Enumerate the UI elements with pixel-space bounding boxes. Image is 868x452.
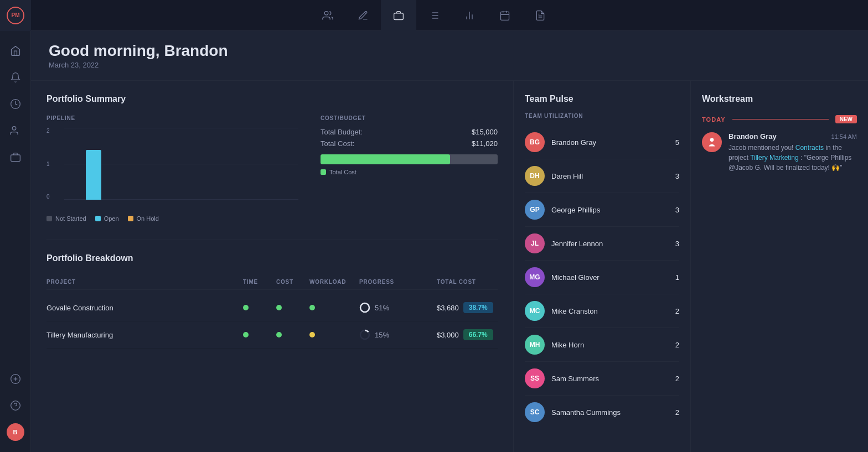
ws-link-tillery[interactable]: Tillery Marketing: [750, 154, 799, 162]
content-area: Good morning, Brandon March 23, 2022 Por…: [31, 31, 868, 452]
logo-circle: PM: [7, 7, 24, 24]
member-avatar-michael: MG: [525, 267, 545, 287]
member-avatar-horn: MH: [525, 335, 545, 355]
member-avatar-samantha: SC: [525, 402, 545, 422]
workstream-item: Brandon Gray 11:54 AM Jacob mentioned yo…: [702, 132, 857, 173]
nav-docs[interactable]: [523, 0, 558, 31]
breakdown-header: PROJECT TIME COST WORKLOAD PROGRESS TOTA…: [46, 274, 498, 290]
sidebar-user-avatar[interactable]: B: [4, 421, 27, 443]
ws-link-contracts[interactable]: Contracts: [795, 144, 824, 152]
nav-portfolio[interactable]: [381, 0, 416, 31]
member-count-sam: 2: [675, 375, 679, 383]
top-nav-icons: [310, 0, 558, 31]
user-avatar: B: [7, 423, 24, 441]
member-avatar-daren: DH: [525, 166, 545, 186]
cost-status-2: [276, 330, 309, 340]
legend-not-started: Not Started: [46, 215, 86, 222]
total-cost-cell-2: $3,000 66.7%: [437, 329, 498, 340]
breakdown-title: Portfolio Breakdown: [46, 253, 498, 263]
table-row: Govalle Construction 51% $3,68: [46, 294, 498, 321]
member-name-michael: Michael Glover: [551, 273, 669, 282]
legend-open: Open: [95, 215, 119, 222]
list-item: BG Brandon Gray 5: [525, 126, 679, 159]
nav-list[interactable]: [416, 0, 452, 31]
page-header: Good morning, Brandon March 23, 2022: [31, 31, 868, 81]
ws-message: Jacob mentioned you! Contracts in the pr…: [728, 143, 857, 173]
ws-header: Brandon Gray 11:54 AM: [728, 132, 857, 141]
nav-calendar[interactable]: [487, 0, 523, 31]
svg-rect-1: [394, 13, 404, 19]
logo[interactable]: PM: [0, 0, 31, 31]
portfolio-summary-grid: PIPELINE 2 1 0: [46, 115, 498, 222]
workload-status-2: [309, 330, 359, 340]
legend-label-not-started: Not Started: [55, 215, 86, 222]
sidebar-history[interactable]: [4, 93, 27, 115]
member-avatar-cranston: MC: [525, 301, 545, 321]
new-badge: NEW: [835, 115, 857, 123]
member-count-jennifer: 3: [675, 240, 679, 248]
total-budget-value: $15,000: [472, 128, 498, 136]
nav-members[interactable]: [310, 0, 345, 31]
page-date: March 23, 2022: [49, 61, 850, 69]
budget-row: Total Budget: $15,000: [321, 128, 498, 136]
sidebar-portfolio[interactable]: [4, 146, 27, 168]
sidebar-alerts[interactable]: [4, 66, 27, 89]
header-progress: PROGRESS: [359, 279, 437, 285]
list-item: SS Sam Summers 2: [525, 362, 679, 396]
time-dot-1: [243, 305, 249, 310]
team-util-label: TEAM UTILIZATION: [525, 113, 679, 119]
list-item: MH Mike Horn 2: [525, 328, 679, 362]
ws-avatar-brandon: [702, 132, 722, 152]
project-name-1: Govalle Construction: [46, 304, 243, 312]
team-pulse-panel: Team Pulse TEAM UTILIZATION BG Brandon G…: [514, 81, 691, 452]
progress-pct-1: 51%: [375, 304, 389, 312]
ws-time: 11:54 AM: [831, 133, 857, 140]
sidebar-help[interactable]: [4, 394, 27, 417]
svg-point-18: [12, 127, 16, 131]
progress-ring-2: [359, 329, 370, 340]
header-cost: COST: [276, 279, 309, 285]
budget-legend: Total Cost: [321, 169, 498, 175]
progress-cell-1: 51%: [359, 302, 437, 313]
sidebar-people[interactable]: [4, 120, 27, 142]
list-item: GP George Phillips 3: [525, 193, 679, 227]
nav-chart[interactable]: [452, 0, 487, 31]
top-nav: PM: [0, 0, 868, 31]
legend-dot-on-hold: [128, 216, 133, 221]
total-cost-cell-1: $3,680 38.7%: [437, 302, 498, 313]
member-name-horn: Mike Horn: [551, 341, 669, 349]
nav-team[interactable]: [345, 0, 381, 31]
cost-text-2: $3,000: [437, 331, 459, 339]
svg-rect-11: [501, 12, 509, 20]
workstream-title: Workstream: [702, 94, 857, 104]
member-name-sam: Sam Summers: [551, 375, 669, 383]
workstream-panel: Workstream TODAY NEW Brandon Gray 11:54: [691, 81, 868, 452]
portfolio-summary-title: Portfolio Summary: [46, 94, 498, 104]
member-avatar-sam: SS: [525, 368, 545, 388]
three-col: Portfolio Summary PIPELINE 2 1 0: [31, 81, 868, 452]
table-row: Tillery Manufacturing 15% $3,0: [46, 321, 498, 349]
legend-label-open: Open: [104, 215, 119, 222]
ws-msg-intro: Jacob mentioned you!: [728, 144, 795, 152]
pipeline-section: PIPELINE 2 1 0: [46, 115, 298, 222]
left-sidebar: B: [0, 31, 31, 452]
budget-bar-container: [321, 154, 498, 164]
cost-text-1: $3,680: [437, 304, 459, 312]
workload-dot-1: [309, 305, 315, 310]
member-name-cranston: Mike Cranston: [551, 307, 669, 315]
legend-dot-not-started: [46, 216, 52, 221]
panel-divider: [46, 240, 498, 240]
y-label-0: 0: [46, 194, 50, 200]
sidebar-add[interactable]: [4, 368, 27, 390]
svg-point-26: [360, 303, 369, 312]
budget-legend-dot: [321, 169, 326, 175]
chart-wrapper: 2 1 0: [46, 128, 298, 211]
time-status-2: [243, 330, 276, 340]
member-count-cranston: 2: [675, 307, 679, 315]
budget-legend-label: Total Cost: [329, 169, 356, 175]
list-item: JL Jennifer Lennon 3: [525, 227, 679, 261]
y-label-2: 2: [46, 128, 50, 134]
total-cost-label: Total Cost:: [321, 139, 354, 148]
sidebar-home[interactable]: [4, 40, 27, 62]
header-workload: WORKLOAD: [309, 279, 359, 285]
